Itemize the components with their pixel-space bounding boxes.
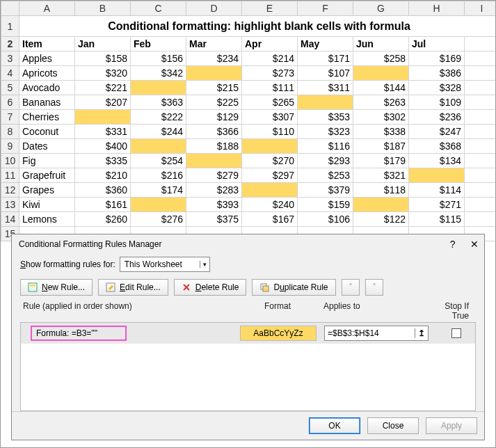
cell[interactable]: $207 <box>75 95 131 110</box>
data-header[interactable]: May <box>298 37 353 51</box>
cell[interactable]: $158 <box>75 51 131 66</box>
close-button[interactable]: Close <box>367 417 419 434</box>
new-rule-button[interactable]: New Rule... <box>20 279 93 296</box>
row-header[interactable]: 10 <box>1 154 19 168</box>
row-header[interactable]: 11 <box>1 168 19 183</box>
cell[interactable] <box>353 66 409 81</box>
cell[interactable]: Coconut <box>19 125 75 139</box>
cell[interactable]: $159 <box>298 198 353 212</box>
edit-rule-button[interactable]: Edit Rule... <box>98 279 168 296</box>
cell[interactable]: $363 <box>131 95 186 110</box>
row-header[interactable]: 5 <box>1 81 19 95</box>
cell[interactable]: $167 <box>242 212 298 227</box>
applies-to-input[interactable]: =$B$3:$H$14 ↥ <box>324 326 429 341</box>
delete-rule-button[interactable]: Delete Rule <box>174 279 247 296</box>
cell[interactable]: $118 <box>353 183 409 198</box>
cell[interactable] <box>131 198 186 212</box>
cell[interactable]: $258 <box>353 51 409 66</box>
cell[interactable]: $254 <box>131 154 186 168</box>
column-header[interactable]: D <box>186 1 242 16</box>
cell[interactable]: $161 <box>75 198 131 212</box>
cell[interactable] <box>298 95 353 110</box>
cell[interactable]: $156 <box>131 51 186 66</box>
row-header[interactable]: 6 <box>1 95 19 110</box>
cell[interactable]: $270 <box>242 154 298 168</box>
cell[interactable]: $114 <box>409 183 465 198</box>
row-header[interactable]: 8 <box>1 125 19 139</box>
cell[interactable]: $353 <box>298 110 353 125</box>
cell[interactable]: $260 <box>75 212 131 227</box>
cell[interactable]: Lemons <box>19 212 75 227</box>
close-icon[interactable]: ✕ <box>470 239 479 250</box>
row-header[interactable]: 2 <box>1 37 19 51</box>
cell[interactable]: $247 <box>409 125 465 139</box>
row-header[interactable]: 1 <box>1 16 19 37</box>
cell[interactable]: $386 <box>409 66 465 81</box>
data-header[interactable]: Apr <box>242 37 298 51</box>
column-header[interactable]: H <box>409 1 465 16</box>
column-header[interactable]: A <box>19 1 75 16</box>
cell[interactable]: $187 <box>353 139 409 154</box>
cell[interactable]: $271 <box>409 198 465 212</box>
cell[interactable]: $144 <box>353 81 409 95</box>
cell[interactable] <box>353 198 409 212</box>
column-header[interactable]: G <box>353 1 409 16</box>
row-header[interactable]: 4 <box>1 66 19 81</box>
cell[interactable]: $107 <box>298 66 353 81</box>
row-header[interactable]: 7 <box>1 110 19 125</box>
move-down-button[interactable]: ˅ <box>365 279 383 296</box>
cell[interactable]: $335 <box>75 154 131 168</box>
cell[interactable]: Apricots <box>19 66 75 81</box>
move-up-button[interactable]: ˄ <box>342 279 360 296</box>
cell[interactable] <box>186 66 242 81</box>
data-header[interactable]: Jun <box>353 37 409 51</box>
cell[interactable]: $225 <box>186 95 242 110</box>
cell[interactable]: $273 <box>242 66 298 81</box>
cell[interactable]: $307 <box>242 110 298 125</box>
cell[interactable]: $122 <box>353 212 409 227</box>
cell[interactable]: $129 <box>186 110 242 125</box>
cell[interactable]: Apples <box>19 51 75 66</box>
cell[interactable]: $302 <box>353 110 409 125</box>
cell[interactable]: $222 <box>131 110 186 125</box>
cell[interactable]: $110 <box>242 125 298 139</box>
cell[interactable]: Kiwi <box>19 198 75 212</box>
cell[interactable]: $244 <box>131 125 186 139</box>
cell[interactable]: Dates <box>19 139 75 154</box>
cell[interactable]: $293 <box>298 154 353 168</box>
cell[interactable]: $234 <box>186 51 242 66</box>
cell[interactable]: $265 <box>242 95 298 110</box>
row-header[interactable]: 14 <box>1 212 19 227</box>
cell[interactable] <box>242 183 298 198</box>
cell[interactable]: $283 <box>186 183 242 198</box>
cell[interactable]: Cherries <box>19 110 75 125</box>
cell[interactable]: $368 <box>409 139 465 154</box>
cell[interactable]: $109 <box>409 95 465 110</box>
cell[interactable]: $134 <box>409 154 465 168</box>
cell[interactable]: $240 <box>242 198 298 212</box>
column-header[interactable]: C <box>131 1 186 16</box>
column-header[interactable]: B <box>75 1 131 16</box>
cell[interactable]: Grapefruit <box>19 168 75 183</box>
cell[interactable]: Avocado <box>19 81 75 95</box>
cell[interactable]: $375 <box>186 212 242 227</box>
stop-if-true-checkbox[interactable] <box>451 328 461 338</box>
cell[interactable]: $320 <box>75 66 131 81</box>
cell[interactable]: $115 <box>409 212 465 227</box>
data-header[interactable]: Mar <box>186 37 242 51</box>
duplicate-rule-button[interactable]: Duplicate Rule <box>252 279 335 296</box>
cell[interactable]: $188 <box>186 139 242 154</box>
cell[interactable] <box>186 154 242 168</box>
cell[interactable]: $328 <box>409 81 465 95</box>
cell[interactable]: $366 <box>186 125 242 139</box>
cell[interactable]: $311 <box>298 81 353 95</box>
cell[interactable]: $253 <box>298 168 353 183</box>
cell[interactable] <box>75 110 131 125</box>
cell[interactable]: $216 <box>131 168 186 183</box>
range-picker-icon[interactable]: ↥ <box>415 328 425 338</box>
apply-button[interactable]: Apply <box>426 417 477 434</box>
show-rules-dropdown[interactable]: This Worksheet ▾ <box>120 257 210 272</box>
cell[interactable]: $106 <box>298 212 353 227</box>
cell[interactable]: Fig <box>19 154 75 168</box>
cell[interactable]: $360 <box>75 183 131 198</box>
